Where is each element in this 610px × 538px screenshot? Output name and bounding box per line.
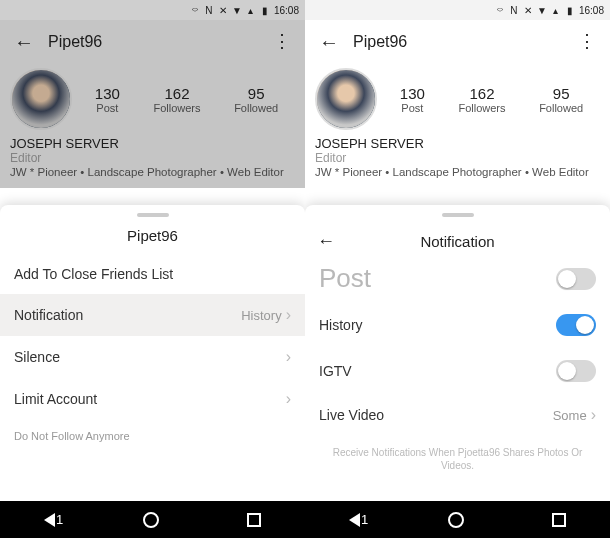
row-limit-account[interactable]: Limit Account ›: [0, 378, 305, 420]
sheet-title: Notification: [420, 233, 494, 250]
stat-posts[interactable]: 130 Post: [95, 85, 120, 114]
nfc-icon: N: [509, 5, 519, 15]
stat-posts[interactable]: 130 Post: [400, 85, 425, 114]
row-close-friends[interactable]: Add To Close Friends List: [0, 254, 305, 294]
sheet-back-icon[interactable]: ←: [317, 231, 335, 252]
avatar[interactable]: [10, 68, 72, 130]
kebab-menu-icon[interactable]: ⋮: [578, 30, 596, 52]
chevron-right-icon: ›: [286, 348, 291, 366]
role-label: Editor: [10, 151, 295, 165]
chevron-right-icon: ›: [591, 406, 596, 424]
nav-back-button[interactable]: 1: [349, 513, 360, 527]
row-unfollow[interactable]: Do Not Follow Anymore: [0, 420, 305, 458]
avatar[interactable]: [315, 68, 377, 130]
toggle-history[interactable]: [556, 314, 596, 336]
stat-followers[interactable]: 162 Followers: [153, 85, 200, 114]
header-username: Pipet96: [353, 33, 407, 51]
wifi-icon: ▼: [232, 5, 242, 15]
row-post-label: Post: [319, 263, 371, 294]
clock: 16:08: [579, 5, 604, 16]
stat-following[interactable]: 95 Followed: [234, 85, 278, 114]
row-history[interactable]: History: [305, 302, 610, 348]
nfc-icon: N: [204, 5, 214, 15]
title-bar: ← Pipet96 ⋮: [305, 20, 610, 64]
toggle-igtv[interactable]: [556, 360, 596, 382]
status-bar: ⌔ N ✕ ▼ ▴ ▮ 16:08: [305, 0, 610, 20]
nav-home-button[interactable]: [448, 512, 464, 528]
bio: JOSEPH SERVER Editor JW * Pioneer • Land…: [305, 136, 610, 188]
display-name: JOSEPH SERVER: [315, 136, 600, 151]
bio-text: JW * Pioneer • Landscape Photographer • …: [315, 165, 600, 180]
status-bar: ⌔ N ✕ ▼ ▴ ▮ 16:08: [0, 0, 305, 20]
signal-icon: ▴: [246, 5, 256, 15]
sheet-handle[interactable]: [442, 213, 474, 217]
bio: JOSEPH SERVER Editor JW * Pioneer • Land…: [0, 136, 305, 188]
signal-icon: ▴: [551, 5, 561, 15]
action-sheet: Pipet96 Add To Close Friends List Notifi…: [0, 205, 305, 501]
row-live-video[interactable]: Live Video Some›: [305, 394, 610, 436]
battery-icon: ▮: [565, 5, 575, 15]
header-username: Pipet96: [48, 33, 102, 51]
chevron-right-icon: ›: [286, 390, 291, 408]
nav-home-button[interactable]: [143, 512, 159, 528]
sheet-handle[interactable]: [137, 213, 169, 217]
bluetooth-icon: ⌔: [190, 5, 200, 15]
battery-icon: ▮: [260, 5, 270, 15]
sheet-footer-note: Receive Notifications When Pjoetta96 Sha…: [305, 436, 610, 486]
back-icon[interactable]: ←: [10, 27, 38, 58]
nav-back-button[interactable]: 1: [44, 513, 55, 527]
stat-followers[interactable]: 162 Followers: [458, 85, 505, 114]
chevron-right-icon: ›: [286, 306, 291, 324]
title-bar: ← Pipet96 ⋮: [0, 20, 305, 64]
toggle-post[interactable]: [556, 268, 596, 290]
role-label: Editor: [315, 151, 600, 165]
display-name: JOSEPH SERVER: [10, 136, 295, 151]
back-icon[interactable]: ←: [315, 27, 343, 58]
clock: 16:08: [274, 5, 299, 16]
mute-icon: ✕: [523, 5, 533, 15]
mute-icon: ✕: [218, 5, 228, 15]
kebab-menu-icon[interactable]: ⋮: [273, 30, 291, 52]
bio-text: JW * Pioneer • Landscape Photographer • …: [10, 165, 295, 180]
nav-recents-button[interactable]: [552, 513, 566, 527]
notification-sheet: ← Notification Post History IGTV Live Vi…: [305, 205, 610, 501]
android-nav-bar: 1 1: [0, 501, 610, 538]
stat-following[interactable]: 95 Followed: [539, 85, 583, 114]
sheet-title: Pipet96: [0, 223, 305, 254]
row-silence[interactable]: Silence ›: [0, 336, 305, 378]
bluetooth-icon: ⌔: [495, 5, 505, 15]
row-igtv[interactable]: IGTV: [305, 348, 610, 394]
nav-recents-button[interactable]: [247, 513, 261, 527]
row-notification[interactable]: Notification History›: [0, 294, 305, 336]
wifi-icon: ▼: [537, 5, 547, 15]
